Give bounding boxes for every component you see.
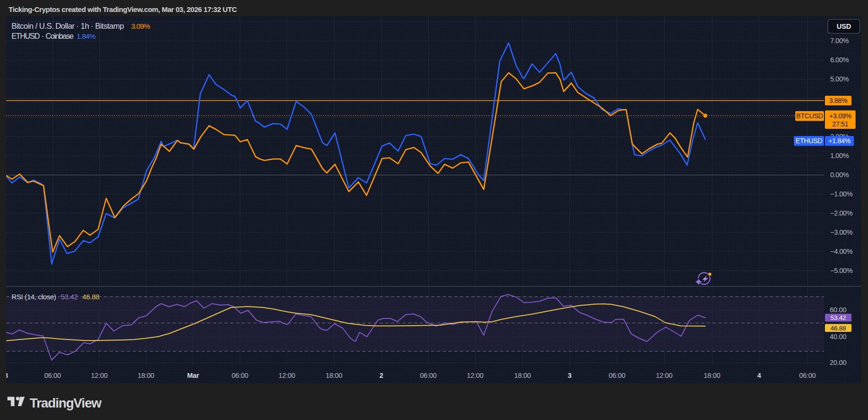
svg-text:40.00: 40.00 [830,333,846,341]
svg-text:RSI (14, close): RSI (14, close) [11,293,56,301]
svg-text:27:51: 27:51 [832,120,848,128]
svg-text:−5.00%: −5.00% [830,267,853,274]
svg-text:2: 2 [379,372,383,379]
svg-text:12:00: 12:00 [656,372,673,379]
svg-text:5.00%: 5.00% [830,75,849,83]
svg-text:3.09%: 3.09% [131,22,150,30]
svg-text:7.00%: 7.00% [830,37,849,45]
svg-text:1.84%: 1.84% [77,32,96,40]
svg-text:1.00%: 1.00% [830,152,849,159]
svg-text:06:00: 06:00 [232,372,248,379]
svg-text:4: 4 [757,372,761,379]
svg-text:53.42: 53.42 [831,314,846,321]
svg-text:46.88: 46.88 [82,293,100,301]
svg-text:Bitcoin / U.S. Dollar · 1h · B: Bitcoin / U.S. Dollar · 1h · Bitstamp [11,22,124,30]
svg-text:06:00: 06:00 [420,372,437,379]
svg-text:6.00%: 6.00% [830,56,849,64]
svg-text:0.00%: 0.00% [830,171,849,179]
svg-text:+1.84%: +1.84% [828,137,850,145]
svg-text:18:00: 18:00 [138,372,155,379]
svg-text:Mar: Mar [187,372,200,379]
svg-text:ETHUSD: ETHUSD [796,137,823,145]
svg-text:06:00: 06:00 [609,372,625,379]
svg-text:−1.00%: −1.00% [830,190,853,198]
svg-text:46.88: 46.88 [831,325,846,332]
svg-text:18:00: 18:00 [326,372,343,379]
svg-text:ETHUSD · Coinbase: ETHUSD · Coinbase [11,32,74,40]
svg-text:BTCUSD: BTCUSD [796,112,823,120]
svg-text:18:00: 18:00 [514,372,531,379]
svg-text:−4.00%: −4.00% [830,248,853,255]
svg-text:USD: USD [836,23,851,30]
svg-text:20.00: 20.00 [830,359,846,366]
svg-text:−2.00%: −2.00% [830,209,853,217]
svg-text:06:00: 06:00 [799,372,816,379]
svg-text:53.42: 53.42 [61,293,78,301]
svg-text:06:00: 06:00 [45,372,61,379]
svg-text:3: 3 [568,372,572,379]
svg-text:12:00: 12:00 [91,372,108,379]
svg-text:60.00: 60.00 [830,306,846,314]
svg-text:28: 28 [6,372,8,379]
svg-text:−3.00%: −3.00% [830,228,853,236]
svg-text:12:00: 12:00 [278,372,295,379]
svg-text:18:00: 18:00 [704,372,721,379]
svg-text:3.88%: 3.88% [829,97,847,104]
svg-text:+3.09%: +3.09% [829,112,851,120]
svg-text:12:00: 12:00 [467,372,484,379]
